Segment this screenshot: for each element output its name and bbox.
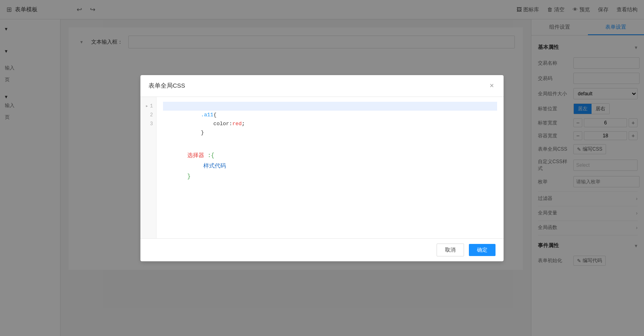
hint-block: 选择器 :{ 样式代码 } (163, 146, 497, 182)
cancel-button[interactable]: 取消 (437, 244, 464, 256)
hint-line-1: 选择器 :{ (187, 150, 497, 161)
code-editor: ▸ 1 2 3 .a11{ (140, 97, 504, 238)
modal-footer: 取消 确定 (140, 238, 504, 261)
code-content[interactable]: .a11{ color:red; } (157, 97, 504, 238)
modal-title: 表单全局CSS (148, 82, 185, 90)
line-num-3: 3 (140, 120, 156, 128)
hint-line-3: } (187, 171, 497, 182)
modal-overlay: 表单全局CSS × ▸ 1 2 3 (0, 0, 644, 336)
code-line-1: .a11{ (163, 102, 497, 111)
code-line-5 (163, 137, 497, 146)
modal-header: 表单全局CSS × (140, 75, 504, 97)
line-num-2: 2 (140, 111, 156, 120)
css-editor-modal: 表单全局CSS × ▸ 1 2 3 (140, 75, 504, 261)
line-numbers: ▸ 1 2 3 (140, 97, 157, 238)
line-num-1: ▸ 1 (140, 102, 156, 111)
modal-body: ▸ 1 2 3 .a11{ (140, 97, 504, 238)
hint-line-2: 样式代码 (187, 161, 497, 171)
code-selector: .a11 (201, 112, 213, 118)
modal-close-button[interactable]: × (488, 82, 496, 90)
confirm-button[interactable]: 确定 (469, 244, 496, 256)
code-line-4 (163, 128, 497, 137)
